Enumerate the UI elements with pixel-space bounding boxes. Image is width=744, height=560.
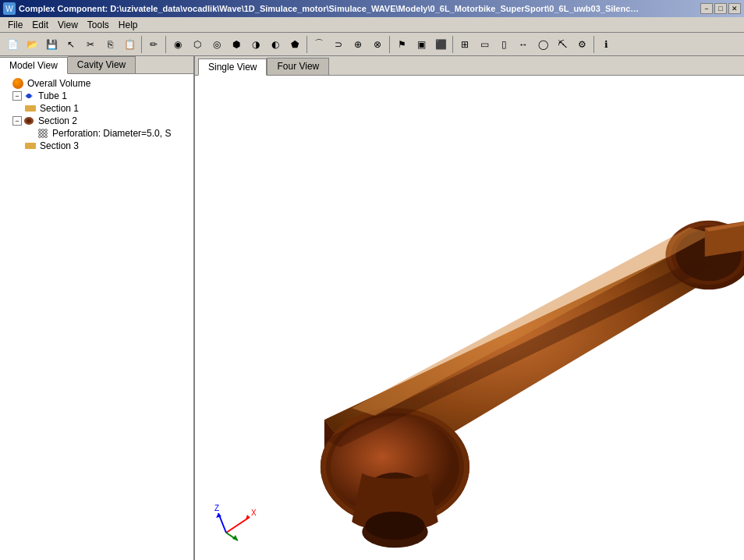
sep4-separator [389,36,390,53]
svg-point-11 [45,136,48,138]
pencil-button[interactable]: ✏ [144,35,163,54]
svg-point-7 [42,133,44,135]
svg-line-25 [226,517,250,533]
close-button[interactable]: ✕ [728,3,741,14]
svg-point-10 [42,136,44,138]
x-axis-label: X [251,509,257,517]
menu-item-edit[interactable]: Edit [27,18,53,32]
rect2-button[interactable]: ▯ [494,35,513,54]
save-button[interactable]: 💾 [42,35,61,54]
shape4-button[interactable]: ⬢ [227,35,246,54]
tree-item-overall[interactable]: Overall Volume [0,77,193,90]
maximize-button[interactable]: □ [714,3,727,14]
svg-point-0 [27,94,31,98]
view-tabs: Single View Four View [195,56,744,76]
axes-indicator: X Z [211,498,257,544]
menu-item-help[interactable]: Help [114,18,143,32]
right-panel: Single View Four View [195,56,744,560]
conn4-button[interactable]: ⊗ [368,35,387,54]
box2-button[interactable]: ⬛ [431,35,450,54]
section1-icon [25,103,37,114]
3d-model-svg [195,76,744,560]
title-bar-left: W Complex Component: D:\uzivatele_data\v… [3,2,643,15]
app-icon: W [3,2,16,15]
perf-label: Perforation: Diameter=5.0, S [52,128,171,139]
menu-item-file[interactable]: File [3,18,27,32]
svg-point-3 [39,129,41,132]
info-button[interactable]: ℹ [597,35,615,54]
title-text: Complex Component: D:\uzivatele_data\voc… [19,4,643,13]
perf-icon [37,128,50,139]
svg-point-4 [42,129,44,132]
shape3-button[interactable]: ◎ [207,35,226,54]
left-panel: Model View Cavity View Overall Volume − … [0,56,195,560]
z-axis-label: Z [214,504,219,512]
sep2-separator [165,36,166,53]
panel-tabs: Model View Cavity View [0,56,193,74]
flag1-button[interactable]: ⚑ [392,35,411,54]
title-bar: W Complex Component: D:\uzivatele_data\v… [0,0,744,17]
section2-label: Section 2 [38,115,77,126]
tab-cavity-view[interactable]: Cavity View [68,56,136,73]
overall-label: Overall Volume [27,78,90,89]
tree-item-section2[interactable]: − Section 2 [0,115,193,127]
svg-point-21 [365,512,424,540]
section3-label: Section 3 [40,140,79,151]
pointer-button[interactable]: ↖ [62,35,80,54]
shape7-button[interactable]: ⬟ [285,35,304,54]
cut-button[interactable]: ✂ [81,35,100,54]
tube1-label: Tube 1 [38,90,67,101]
tube1-toggle[interactable]: − [12,91,22,101]
tree-item-section3[interactable]: Section 3 [0,140,193,152]
sep3-separator [306,36,307,53]
shape1-button[interactable]: ◉ [168,35,187,54]
open-button[interactable]: 📂 [23,35,41,54]
tool2-button[interactable]: ⚙ [572,35,591,54]
section2-icon [23,115,36,126]
tree-item-tube1[interactable]: − Tube 1 [0,90,193,102]
svg-point-5 [45,129,48,132]
tube1-icon [23,90,36,101]
arrow1-button[interactable]: ↔ [514,35,533,54]
toolbar: 📄📂💾↖✂⎘📋✏◉⬡◎⬢◑◐⬟⌒⊃⊕⊗⚑▣⬛⊞▭▯↔◯⛏⚙ℹ [0,33,744,56]
sep6-separator [593,36,594,53]
svg-point-8 [45,133,48,135]
section1-label: Section 1 [40,103,79,114]
main-content: Model View Cavity View Overall Volume − … [0,56,744,560]
menu-item-view[interactable]: View [53,18,83,32]
menu-bar: FileEditViewToolsHelp [0,17,744,33]
section2-toggle[interactable]: − [12,116,22,126]
tool1-button[interactable]: ⛏ [553,35,572,54]
sep5-separator [452,36,453,53]
new-button[interactable]: 📄 [3,35,22,54]
section3-icon [25,140,37,151]
shape5-button[interactable]: ◑ [246,35,265,54]
tree-item-perforation[interactable]: Perforation: Diameter=5.0, S [0,127,193,140]
tree-item-section1[interactable]: Section 1 [0,102,193,115]
tab-single-view[interactable]: Single View [198,58,267,76]
circle1-button[interactable]: ◯ [533,35,552,54]
box1-button[interactable]: ▣ [412,35,430,54]
svg-point-6 [39,133,41,135]
rect1-button[interactable]: ▭ [475,35,494,54]
sep1-separator [141,36,142,53]
minimize-button[interactable]: − [700,3,713,14]
conn1-button[interactable]: ⌒ [310,35,328,54]
menu-item-tools[interactable]: Tools [83,18,114,32]
svg-point-9 [39,136,41,138]
grid1-button[interactable]: ⊞ [455,35,474,54]
shape6-button[interactable]: ◐ [266,35,285,54]
overall-icon [12,78,25,89]
tab-model-view[interactable]: Model View [0,57,68,74]
conn2-button[interactable]: ⊃ [329,35,348,54]
title-bar-buttons: − □ ✕ [700,3,741,14]
shape2-button[interactable]: ⬡ [188,35,207,54]
copy-button[interactable]: ⎘ [101,35,119,54]
viewport: X Z [195,76,744,560]
conn3-button[interactable]: ⊕ [349,35,367,54]
tree-view: Overall Volume − Tube 1 Section 1 [0,74,193,560]
tab-four-view[interactable]: Four View [267,58,329,75]
paste-button[interactable]: 📋 [120,35,139,54]
svg-point-2 [27,119,31,123]
